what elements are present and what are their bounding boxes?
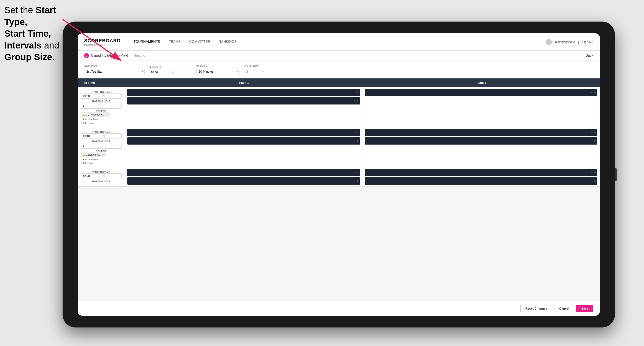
g3-t1-player2: × (127, 177, 360, 185)
g1-add-group[interactable]: + Add Group (81, 122, 94, 124)
g2-hole-stepper[interactable]: ▲▼ (118, 144, 120, 147)
g1-remove-group[interactable]: ○ Remove Group (81, 118, 99, 121)
annotation-line1: Set the (4, 5, 36, 15)
g1-t1-p1-x[interactable]: × (354, 91, 355, 94)
group-size-select[interactable]: 3 2 4 (244, 68, 265, 75)
g2-t2-p1-dot (594, 132, 596, 133)
g1-course-remove-x[interactable]: × (106, 114, 107, 116)
g2-course-label: COURSE: (81, 150, 122, 153)
g1-hole-stepper[interactable]: ▲▼ (118, 104, 120, 107)
g1-t1-p2-dot (357, 100, 358, 102)
g1-t1-player2: × (127, 97, 360, 105)
group-2: STARTING TIME: 10:10 🕐 STARTING HOLE: 1 … (78, 127, 600, 167)
save-button[interactable]: Save (576, 305, 593, 312)
start-type-select-wrapper: 1st Tee Start Shotgun Start (84, 68, 144, 75)
g3-t2-p2-dot (594, 180, 596, 182)
col-team1: Team 1 (125, 78, 362, 87)
g2-t2-p2-x[interactable]: × (591, 140, 592, 142)
group-3-right: × × × × (125, 167, 600, 186)
g2-remove-circle-icon: ○ (81, 158, 82, 161)
nav-bar: SCOREBOARD Powered by clipp.io TOURNAMEN… (78, 33, 600, 51)
g2-starting-time-input[interactable]: 10:10 🕐 (81, 133, 122, 139)
g1-t1-p2-x[interactable]: × (354, 100, 355, 102)
g2-starting-time-label: STARTING TIME: (81, 131, 122, 133)
g2-remove-group[interactable]: ○ Remove Group (81, 158, 99, 161)
g2-course-remove-x[interactable]: × (102, 154, 103, 156)
g3-starting-hole-label: STARTING HOLE: (81, 180, 122, 183)
logo-sub: Powered by clipp.io (84, 43, 120, 46)
start-type-field: Start Type 1st Tee Start Shotgun Start (84, 64, 144, 75)
g2-clock-icon: 🕐 (102, 135, 120, 138)
g1-course-tag: ⛳ (A) Peachtree GC × ▾ (81, 112, 110, 117)
main-content: Tee Time Team 1 Team 2 STARTING TIME: 10… (78, 78, 600, 301)
g1-course-name: (A) Peachtree GC (86, 113, 105, 116)
start-time-value: 10:00 (151, 71, 170, 74)
group-3: STARTING TIME: 10:20 🕐 STARTING HOLE: × (78, 167, 600, 186)
g3-t2-p2-x[interactable]: × (591, 180, 592, 182)
start-time-field: Start Time 10:00 🕐 (149, 65, 192, 75)
reset-button[interactable]: Reset Changes (520, 305, 552, 312)
g1-clock-icon: 🕐 (102, 95, 120, 97)
g2-t2-p2-dot (594, 140, 596, 142)
start-time-input[interactable]: 10:00 🕐 (149, 70, 192, 75)
g3-t1-p1-x[interactable]: × (354, 171, 355, 174)
g2-action-links: ○ Remove Group (81, 158, 122, 161)
cancel-button[interactable]: Cancel (554, 305, 574, 312)
g1-starting-hole-input[interactable]: 1 ▲▼ (81, 103, 122, 109)
intervals-select-wrapper: 10 Minutes 8 Minutes 12 Minutes (196, 68, 240, 75)
g3-starting-time-label: STARTING TIME: (81, 171, 122, 173)
nav-teams[interactable]: TEAMS (169, 39, 180, 45)
g2-t2-p1-x[interactable]: × (591, 131, 592, 134)
sign-out-link[interactable]: Sign out (582, 40, 593, 44)
remove-circle-icon: ○ (81, 118, 82, 121)
group-size-label: Group Size (244, 64, 265, 67)
tee-table-header: Tee Time Team 1 Team 2 (78, 78, 600, 87)
logo-text: SCOREBOARD (84, 38, 120, 43)
g2-t1-p2-dot (357, 140, 358, 142)
group-1: STARTING TIME: 10:00 🕐 STARTING HOLE: 1 … (78, 87, 600, 127)
g2-starting-hole-input[interactable]: 1 ▲▼ (81, 143, 122, 149)
annotation-period: . (52, 52, 55, 62)
g1-starting-time-input[interactable]: 10:00 🕐 (81, 93, 122, 99)
g1-course-chevron: ▾ (108, 114, 109, 116)
g1-t2-player1: × (364, 89, 598, 96)
g1-starting-time-value: 10:00 (83, 94, 101, 98)
g3-t1-p1-dot (357, 172, 358, 173)
nav-right: blair@clippd.io | Sign out (546, 39, 593, 45)
g2-course-tag: ⛳ East Lake GC × ▾ (81, 153, 106, 157)
annotation-and: and (44, 40, 59, 50)
col-tee-time: Tee Time (78, 78, 125, 87)
annotation-text: Set the Start Type, Start Time, Interval… (4, 4, 67, 63)
g3-t2-p1-x[interactable]: × (591, 171, 592, 174)
g2-t1-p1-x[interactable]: × (354, 131, 355, 134)
g1-starting-hole-value: 1 (83, 104, 84, 107)
g3-t1-p2-x[interactable]: × (354, 180, 355, 182)
start-type-select[interactable]: 1st Tee Start Shotgun Start (84, 68, 144, 75)
intervals-select[interactable]: 10 Minutes 8 Minutes 12 Minutes (196, 68, 240, 75)
g2-team1-cell: × × (125, 127, 362, 167)
g1-course-label: COURSE: (81, 110, 122, 112)
nav-links: TOURNAMENTS TEAMS COMMITTEE RANKINGS (134, 39, 546, 45)
tablet-shell: SCOREBOARD Powered by clipp.io TOURNAMEN… (62, 21, 615, 328)
breadcrumb-tournament[interactable]: Clippd Invitational (May) (91, 54, 128, 57)
g3-t1-p2-dot (357, 180, 358, 182)
nav-rankings[interactable]: RANKINGS (218, 39, 237, 45)
group-size-field: Group Size 3 2 4 (244, 64, 265, 75)
user-email: blair@clippd.io (555, 40, 575, 44)
g3-starting-time-input[interactable]: 10:20 🕐 (81, 173, 122, 179)
nav-tournaments[interactable]: TOURNAMENTS (134, 39, 160, 45)
annotation-bold3: Intervals (4, 40, 42, 50)
g3-t2-player1: × (364, 169, 598, 176)
sign-out-separator: | (578, 40, 579, 44)
nav-committee[interactable]: COMMITTEE (189, 39, 210, 45)
tablet-screen: SCOREBOARD Powered by clipp.io TOURNAMEN… (78, 33, 600, 316)
g1-t2-p1-x[interactable]: × (591, 91, 592, 94)
start-time-label: Start Time (149, 65, 192, 69)
settings-row: Start Type 1st Tee Start Shotgun Start S… (78, 61, 600, 78)
g2-add-group[interactable]: + Add Group (81, 162, 94, 164)
group-2-right: × × × × (125, 127, 600, 167)
back-button[interactable]: ‹ Back (584, 54, 593, 57)
g2-t1-p2-x[interactable]: × (354, 140, 355, 142)
g2-course-chevron: ▾ (104, 154, 105, 156)
g2-t2-player2: × (364, 137, 598, 145)
